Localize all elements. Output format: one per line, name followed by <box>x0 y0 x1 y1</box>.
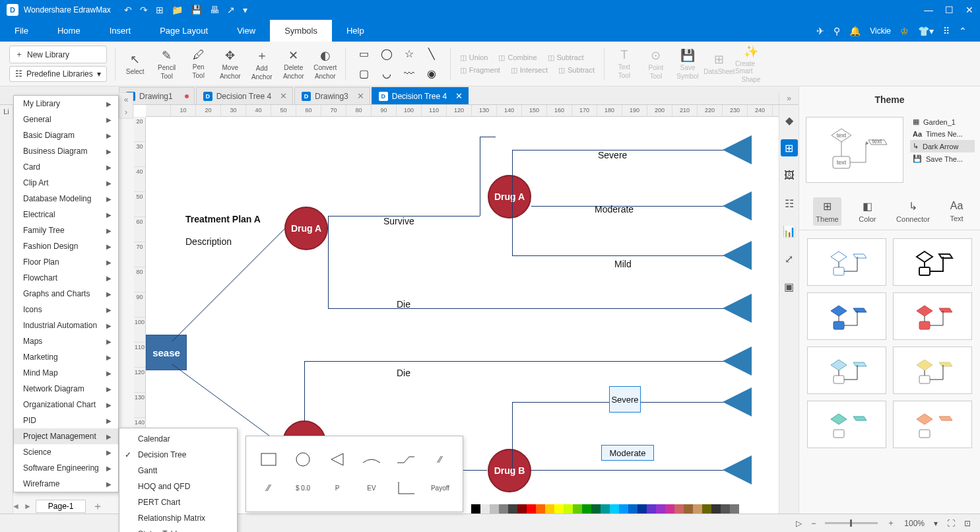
color-swatch[interactable] <box>610 504 619 514</box>
theme-card[interactable] <box>893 401 972 448</box>
undo-icon[interactable]: ↶ <box>124 5 132 15</box>
menu-insert[interactable]: Insert <box>95 20 146 42</box>
color-swatch[interactable] <box>656 504 665 514</box>
doc-tab[interactable]: DDecision Tree 4✕ <box>372 87 469 104</box>
doc-tab[interactable]: DDecision Tree 4✕ <box>196 87 293 104</box>
oval-shape-icon[interactable]: ◯ <box>377 46 396 62</box>
shape-curve-line[interactable] <box>354 446 389 473</box>
tool-pencil[interactable]: ✎PencilTool <box>151 48 183 81</box>
libmenu-item[interactable]: Science▶ <box>14 444 118 460</box>
color-swatch[interactable] <box>730 504 739 514</box>
endpoint-triangle[interactable] <box>723 191 752 220</box>
tabstrip-nav-arrows[interactable]: «› <box>119 92 133 119</box>
color-swatch[interactable] <box>499 504 508 514</box>
theme-tab-connector[interactable]: ↳Connector <box>894 197 932 226</box>
zoom-in-button[interactable]: ＋ <box>887 517 895 529</box>
export-icon[interactable]: ↗ <box>227 5 235 15</box>
line-shape-icon[interactable]: ╲ <box>422 46 441 62</box>
libmenu-item[interactable]: Marketing▶ <box>14 349 118 365</box>
shape-axis[interactable] <box>389 474 423 502</box>
library-submenu[interactable]: Calendar✓Decision TreeGanttHOQ and QFDPE… <box>119 428 238 532</box>
endpoint-triangle[interactable] <box>723 135 752 164</box>
submenu-item[interactable]: Gantt <box>119 463 237 479</box>
tool-move[interactable]: ✥MoveAnchor <box>214 48 246 81</box>
more-icon[interactable]: ▾ <box>243 5 247 15</box>
zoom-level[interactable]: 100% <box>904 519 925 528</box>
shape-end-triangle[interactable] <box>320 446 354 473</box>
menu-symbols[interactable]: Symbols <box>270 20 332 42</box>
color-swatch[interactable] <box>711 504 721 514</box>
color-swatch[interactable] <box>637 504 647 514</box>
theme-tab-text[interactable]: AaText <box>948 197 966 226</box>
menu-help[interactable]: Help <box>332 20 379 42</box>
collapse-ribbon-icon[interactable]: ⌃ <box>959 26 967 36</box>
apps-icon[interactable]: ⠿ <box>943 26 950 36</box>
tool-save[interactable]: 💾SaveSymbol <box>672 44 703 83</box>
share-icon[interactable]: ⚲ <box>833 26 840 36</box>
curve-shape-icon[interactable]: 〰 <box>400 66 418 82</box>
save-icon[interactable]: 💾 <box>191 5 202 15</box>
theme-card[interactable] <box>893 347 972 394</box>
spiral-shape-icon[interactable]: ◉ <box>422 66 441 82</box>
play-icon[interactable]: ▷ <box>796 519 802 528</box>
redo-icon[interactable]: ↷ <box>140 5 148 15</box>
color-swatch[interactable] <box>591 504 601 514</box>
theme-card[interactable] <box>807 347 886 394</box>
libmenu-item[interactable]: Clip Art▶ <box>14 175 118 191</box>
libmenu-item[interactable]: Software Engineering▶ <box>14 460 118 476</box>
color-swatch[interactable] <box>490 504 499 514</box>
right-panel-toggle[interactable]: » <box>779 92 799 104</box>
submenu-item[interactable]: Status Table <box>119 526 237 532</box>
combine-fragment[interactable]: ◫Fragment <box>457 65 503 76</box>
node-drug-b2[interactable]: Drug B <box>488 449 531 492</box>
tool-text[interactable]: TTextTool <box>608 44 640 83</box>
color-swatch[interactable] <box>582 504 591 514</box>
theme-card[interactable] <box>893 238 972 286</box>
maximize-icon[interactable]: ☐ <box>945 5 954 15</box>
send-icon[interactable]: ✈ <box>816 26 824 36</box>
color-swatch[interactable] <box>480 504 490 514</box>
color-swatch[interactable] <box>554 504 564 514</box>
tool-add[interactable]: ＋AddAnchor <box>246 48 278 81</box>
node-drug-a2[interactable]: Drug A <box>488 175 531 218</box>
shape-double-slash[interactable]: ⁄⁄ <box>423 446 457 473</box>
libmenu-item[interactable]: Maps▶ <box>14 333 118 349</box>
library-category-menu[interactable]: My Library▶General▶Basic Diagram▶Busines… <box>13 95 119 492</box>
print-icon[interactable]: 🖶 <box>210 5 219 15</box>
new-library-button[interactable]: ＋New Library <box>9 46 107 63</box>
tool-point[interactable]: ⊙PointTool <box>640 44 672 83</box>
tool-select[interactable]: ↖Select <box>119 48 151 81</box>
color-swatch[interactable] <box>674 504 684 514</box>
page-nav-prev[interactable]: ◄ <box>12 502 20 511</box>
libmenu-item[interactable]: Family Tree▶ <box>14 222 118 238</box>
new-icon[interactable]: ⊞ <box>156 5 164 15</box>
user-name[interactable]: Vickie <box>870 26 891 36</box>
libmenu-item[interactable]: Project Management▶ <box>14 428 118 444</box>
color-swatch[interactable] <box>527 504 536 514</box>
image-icon[interactable]: 🖼 <box>781 167 798 184</box>
libmenu-item[interactable]: General▶ <box>14 112 118 127</box>
shape-elbow-line[interactable] <box>389 446 423 473</box>
color-swatch[interactable] <box>693 504 702 514</box>
shape-ev-label[interactable]: EV <box>354 474 389 502</box>
submenu-item[interactable]: HOQ and QFD <box>119 479 237 494</box>
libmenu-item[interactable]: My Library▶ <box>14 96 118 112</box>
libmenu-item[interactable]: Flowchart▶ <box>14 270 118 286</box>
endpoint-triangle[interactable] <box>723 455 752 484</box>
theme-card[interactable] <box>807 292 886 340</box>
submenu-item[interactable]: PERT Chart <box>119 494 237 510</box>
color-swatch[interactable] <box>684 504 693 514</box>
color-swatch[interactable] <box>721 504 730 514</box>
combine-union[interactable]: ◫Union <box>457 52 491 63</box>
libmenu-item[interactable]: Organizational Chart▶ <box>14 397 118 413</box>
color-swatch[interactable] <box>628 504 637 514</box>
color-swatch[interactable] <box>564 504 573 514</box>
libmenu-item[interactable]: Graphs and Charts▶ <box>14 286 118 302</box>
libmenu-item[interactable]: Mind Map▶ <box>14 365 118 381</box>
menu-file[interactable]: File <box>0 20 43 42</box>
roundrect-shape-icon[interactable]: ▢ <box>355 66 374 82</box>
color-swatch[interactable] <box>619 504 628 514</box>
layers-icon[interactable]: ☷ <box>781 195 798 212</box>
label-box-moderate[interactable]: Moderate <box>601 445 654 461</box>
close-tab-icon[interactable]: ✕ <box>455 91 463 101</box>
